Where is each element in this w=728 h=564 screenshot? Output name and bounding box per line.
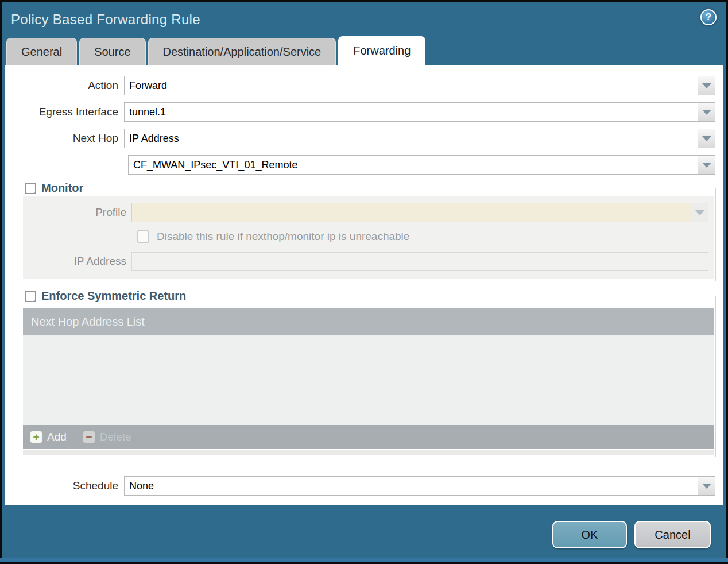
egress-interface-row: Egress Interface tunnel.1: [5, 102, 715, 122]
profile-label: Profile: [23, 206, 131, 219]
dialog-content: Action Forward Egress Interface tunnel.1…: [5, 65, 723, 505]
caret-down-icon: [695, 210, 704, 215]
monitor-ip-row: IP Address: [23, 252, 708, 271]
egress-interface-label: Egress Interface: [5, 106, 124, 118]
next-hop-label: Next Hop: [5, 132, 124, 145]
monitor-checkbox[interactable]: [25, 183, 36, 194]
dialog-footer: OK Cancel: [2, 505, 726, 562]
next-hop-address-row: CF_MWAN_IPsec_VTI_01_Remote: [5, 155, 715, 175]
monitor-ip-input-disabled: [131, 252, 708, 271]
action-select[interactable]: Forward: [124, 76, 715, 95]
tab-forwarding[interactable]: Forwarding: [338, 36, 425, 65]
monitor-ip-label: IP Address: [23, 255, 131, 268]
next-hop-address-value: CF_MWAN_IPsec_VTI_01_Remote: [129, 156, 698, 174]
cancel-button[interactable]: Cancel: [634, 521, 711, 548]
table-toolbar: Add Delete: [23, 425, 714, 449]
spacer: [5, 465, 723, 476]
minus-icon: [83, 431, 95, 443]
add-button[interactable]: Add: [30, 431, 67, 443]
ok-button[interactable]: OK: [552, 521, 627, 548]
egress-interface-select[interactable]: tunnel.1: [124, 102, 715, 122]
next-hop-type-dropdown-button[interactable]: [698, 129, 715, 148]
monitor-legend: Monitor: [24, 181, 87, 195]
schedule-value: None: [125, 477, 698, 495]
caret-down-icon: [702, 83, 711, 88]
pbf-rule-dialog: Policy Based Forwarding Rule General Sou…: [0, 0, 728, 564]
symmetric-return-group: Enforce Symmetric Return Next Hop Addres…: [21, 289, 716, 457]
next-hop-type-select[interactable]: IP Address: [124, 129, 715, 148]
profile-select-disabled: [131, 203, 708, 222]
next-hop-address-select[interactable]: CF_MWAN_IPsec_VTI_01_Remote: [128, 155, 715, 175]
tab-bar: General Source Destination/Application/S…: [2, 37, 726, 65]
disable-rule-row: Disable this rule if nexthop/monitor ip …: [137, 229, 708, 245]
table-body-empty[interactable]: [23, 335, 714, 425]
tab-general[interactable]: General: [6, 38, 77, 65]
schedule-select[interactable]: None: [124, 476, 715, 496]
dialog-titlebar: Policy Based Forwarding Rule: [2, 2, 726, 37]
monitor-group: Monitor Profile Disable this rule if nex…: [21, 181, 716, 281]
caret-down-icon: [702, 136, 711, 141]
symmetric-return-checkbox[interactable]: [25, 291, 36, 302]
egress-interface-dropdown-button[interactable]: [698, 103, 715, 121]
monitor-label: Monitor: [41, 181, 83, 195]
delete-button-disabled: Delete: [83, 431, 131, 443]
delete-button-label: Delete: [100, 431, 131, 443]
next-hop-address-list-table: Next Hop Address List Add Delete: [23, 308, 714, 455]
action-value: Forward: [125, 76, 698, 95]
bottom-accent-strip: [0, 558, 728, 564]
tab-source[interactable]: Source: [79, 38, 145, 65]
monitor-panel: Profile Disable this rule if nexthop/mon…: [23, 196, 714, 279]
help-icon[interactable]: [700, 9, 717, 25]
dialog-title: Policy Based Forwarding Rule: [11, 11, 200, 28]
table-header: Next Hop Address List: [23, 308, 714, 335]
action-dropdown-button[interactable]: [698, 76, 715, 95]
schedule-dropdown-button[interactable]: [698, 477, 715, 495]
add-button-label: Add: [47, 431, 67, 443]
profile-row: Profile: [23, 203, 708, 222]
symmetric-return-legend: Enforce Symmetric Return: [24, 289, 190, 303]
egress-interface-value: tunnel.1: [125, 103, 698, 121]
table-horizontal-scrollbar[interactable]: [23, 450, 714, 455]
action-row: Action Forward: [5, 76, 715, 95]
next-hop-row: Next Hop IP Address: [5, 129, 715, 148]
caret-down-icon: [702, 163, 711, 168]
caret-down-icon: [702, 110, 711, 115]
tab-destination-application-service[interactable]: Destination/Application/Service: [148, 38, 336, 65]
disable-rule-label: Disable this rule if nexthop/monitor ip …: [157, 230, 409, 243]
next-hop-address-dropdown-button[interactable]: [698, 156, 715, 174]
symmetric-return-label: Enforce Symmetric Return: [41, 289, 186, 303]
next-hop-type-value: IP Address: [125, 129, 698, 148]
caret-down-icon: [702, 484, 711, 489]
schedule-label: Schedule: [5, 480, 124, 492]
profile-value: [132, 203, 691, 222]
disable-rule-checkbox: [137, 230, 149, 243]
action-label: Action: [5, 79, 124, 92]
profile-dropdown-button: [691, 203, 708, 222]
schedule-row: Schedule None: [5, 476, 715, 496]
plus-icon: [30, 431, 42, 443]
